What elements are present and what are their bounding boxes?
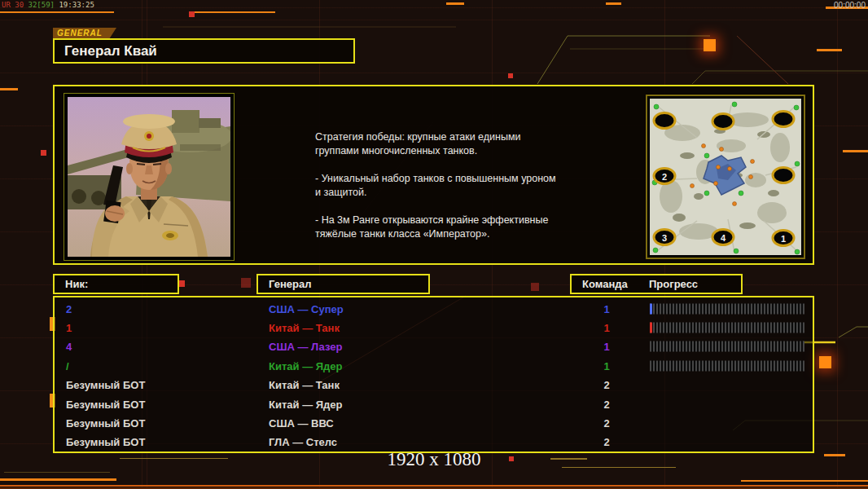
player-team: 2: [582, 417, 631, 430]
start-position-label: 4: [721, 233, 726, 243]
player-nick: /: [66, 359, 69, 372]
deco-shape: [606, 2, 621, 5]
nick-header-label: Ник:: [65, 278, 88, 290]
fps-overlay-segment: 32[59]: [28, 1, 59, 9]
load-progress-bar: [650, 323, 804, 333]
player-nick: Безумный БОТ: [66, 379, 145, 391]
general-info-panel: Стратегия победы: крупные атаки едиными …: [53, 85, 814, 265]
player-nick: 2: [66, 302, 72, 315]
deco-shape: [562, 467, 676, 468]
column-header-team-progress: Команда Прогресс: [570, 274, 743, 294]
column-header-nick: Ник:: [53, 274, 179, 294]
deco-shape: [241, 278, 251, 288]
start-position-label: 3: [662, 233, 667, 243]
player-general: США — ВВС: [269, 417, 334, 430]
player-team: 2: [582, 436, 631, 448]
deco-shape: [189, 11, 195, 17]
deco-shape: [190, 11, 275, 13]
column-header-general: Генерал: [256, 274, 430, 294]
deco-shape: [843, 150, 868, 152]
deco-shape: [0, 11, 114, 13]
deco-shape: [741, 480, 868, 482]
fps-overlay: UR 30 32[59] 19:33:25: [2, 1, 94, 9]
player-team: 1: [582, 322, 631, 334]
player-nick: Безумный БОТ: [66, 398, 145, 410]
deco-shape: [446, 2, 464, 5]
player-general: Китай — Танк: [269, 379, 340, 391]
load-progress-bar: [650, 303, 804, 314]
progress-tick: [650, 303, 652, 314]
player-nick: Безумный БОТ: [66, 417, 145, 430]
player-row: Безумный БОТКитай — Ядер2: [55, 394, 813, 413]
player-row: Безумный БОТКитай — Танк2: [55, 376, 813, 394]
deco-shape: [120, 458, 228, 459]
fps-overlay-segment: 19:33:25: [59, 1, 94, 9]
fps-overlay-segment: UR 30: [2, 1, 28, 9]
general-description: Стратегия победы: крупные атаки едиными …: [315, 130, 592, 241]
deco-shape: [0, 485, 868, 487]
page-title: Генерал Квай: [55, 43, 157, 59]
start-position-label: 1: [781, 234, 786, 244]
team-header-label: Команда: [582, 278, 628, 290]
player-row: Безумный БОТСША — ВВС2: [55, 413, 813, 432]
player-general: ГЛА — Стелс: [269, 436, 337, 448]
deco-shape: [0, 478, 116, 481]
load-progress-bar: [650, 360, 804, 371]
general-title-box: Генерал Квай: [53, 38, 355, 64]
deco-shape: [531, 283, 539, 291]
player-nick: Безумный БОТ: [66, 436, 145, 448]
general-portrait: [64, 93, 235, 261]
deco-shape: [824, 454, 845, 456]
player-row: 2США — Супер1: [55, 299, 813, 318]
player-general: Китай — Танк: [269, 322, 340, 334]
resolution-label: 1920 x 1080: [388, 449, 481, 470]
deco-shape: [508, 73, 513, 78]
player-team: 2: [582, 398, 631, 410]
general-header-label: Генерал: [269, 278, 311, 290]
start-position-label: 2: [662, 172, 667, 182]
player-team: 2: [582, 379, 631, 391]
player-row: 1Китай — Танк1: [55, 318, 813, 337]
deco-shape: [178, 280, 185, 287]
deco-shape: [819, 356, 831, 368]
match-timer: 00:00:00: [834, 1, 866, 10]
player-general: Китай — Ядер: [269, 398, 343, 410]
player-team: 1: [582, 359, 631, 372]
player-general: Китай — Ядер: [269, 359, 343, 372]
players-table: 2США — Супер11Китай — Танк14США — Лазер1…: [53, 296, 814, 453]
player-general: США — Супер: [269, 302, 344, 315]
player-general: США — Лазер: [269, 341, 342, 353]
deco-shape: [41, 150, 46, 156]
player-row: /Китай — Ядер1: [55, 356, 813, 375]
deco-shape: [4, 472, 110, 473]
player-row: 4США — Лазер1: [55, 337, 813, 356]
map-preview-image: 2 3 4 1: [650, 99, 801, 255]
game-lobby-screen: UR 30 32[59] 19:33:25 00:00:00 GENERAL Г…: [0, 0, 868, 489]
map-thumbnail: 2 3 4 1: [646, 95, 805, 259]
player-team: 1: [582, 341, 631, 353]
deco-shape: [550, 458, 587, 460]
player-nick: 1: [66, 322, 72, 334]
player-nick: 4: [66, 341, 72, 353]
deco-shape: [817, 49, 842, 51]
progress-header-label: Прогресс: [649, 278, 698, 290]
deco-shape: [509, 456, 514, 461]
load-progress-bar: [650, 341, 804, 352]
general-portrait-image: [68, 97, 230, 257]
deco-shape: [704, 39, 716, 51]
tab-general: GENERAL: [53, 28, 116, 39]
deco-shape: [0, 88, 18, 90]
player-team: 1: [582, 302, 631, 315]
progress-tick: [650, 323, 652, 333]
